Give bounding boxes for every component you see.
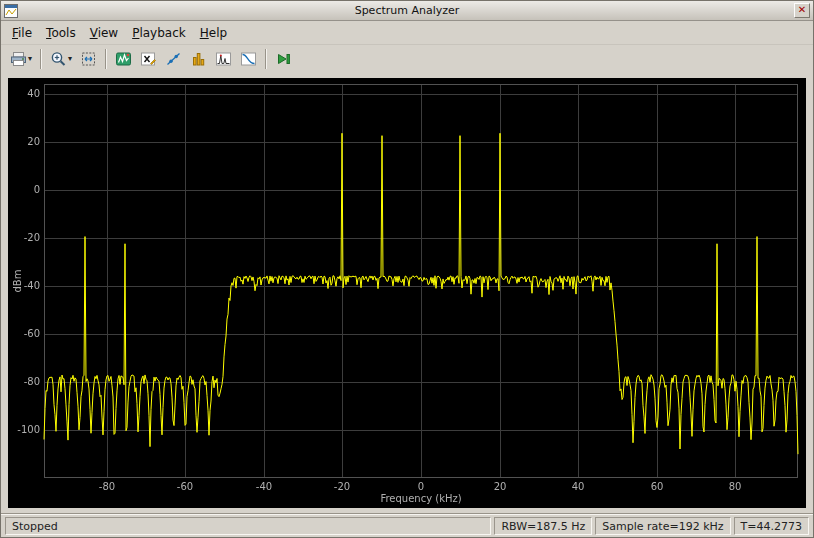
status-rbw: RBW=187.5 Hz	[494, 517, 592, 535]
step-forward-button[interactable]	[272, 48, 295, 70]
spectrum-plot[interactable]	[8, 78, 806, 508]
window-title: Spectrum Analyzer	[1, 4, 813, 17]
app-icon	[4, 4, 18, 18]
cursor-measurements-button[interactable]	[137, 48, 160, 70]
fit-to-view-icon	[80, 51, 97, 67]
toolbar-separator	[105, 49, 107, 69]
distortion-measurements-icon	[215, 51, 232, 67]
fit-to-view-button[interactable]	[77, 48, 100, 70]
menu-item-playback[interactable]: Playback	[125, 23, 193, 43]
toolbar: ▾ ▾	[1, 44, 813, 73]
peak-finder-button[interactable]	[187, 48, 210, 70]
distortion-measurements-button[interactable]	[212, 48, 235, 70]
plot-panel	[1, 73, 813, 513]
status-sample-rate: Sample rate=192 kHz	[595, 517, 730, 535]
spectrum-settings-button[interactable]	[112, 48, 135, 70]
cursor-measurements-icon	[140, 51, 157, 67]
signal-statistics-button[interactable]	[162, 48, 185, 70]
dropdown-arrow-icon: ▾	[68, 55, 72, 63]
ccdf-measurements-icon	[240, 51, 257, 67]
menu-item-tools[interactable]: Tools	[39, 23, 83, 43]
peak-finder-icon	[190, 51, 207, 67]
menu-item-file[interactable]: File	[5, 23, 39, 43]
print-icon	[10, 51, 27, 67]
zoom-in-button[interactable]: ▾	[47, 48, 75, 70]
step-forward-icon	[275, 51, 292, 67]
signal-statistics-icon	[165, 51, 182, 67]
zoom-in-icon	[50, 51, 67, 67]
menubar: File Tools View Playback Help	[1, 21, 813, 44]
menu-item-view[interactable]: View	[83, 23, 125, 43]
status-state: Stopped	[5, 517, 491, 535]
dropdown-arrow-icon: ▾	[28, 55, 32, 63]
titlebar[interactable]: Spectrum Analyzer ✕	[1, 1, 813, 21]
toolbar-separator	[265, 49, 267, 69]
menu-item-help[interactable]: Help	[193, 23, 234, 43]
statusbar: Stopped RBW=187.5 Hz Sample rate=192 kHz…	[1, 513, 813, 537]
print-button[interactable]: ▾	[7, 48, 35, 70]
ccdf-measurements-button[interactable]	[237, 48, 260, 70]
status-time: T=44.2773	[734, 517, 809, 535]
spectrum-settings-icon	[115, 51, 132, 67]
toolbar-separator	[40, 49, 42, 69]
spectrum-analyzer-window: Spectrum Analyzer ✕ File Tools View Play…	[0, 0, 814, 538]
close-button[interactable]: ✕	[794, 3, 810, 18]
